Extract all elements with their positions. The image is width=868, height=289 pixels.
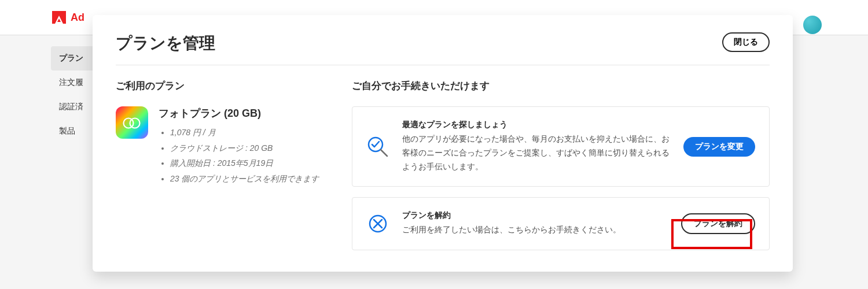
change-plan-card: 最適なプランを探しましょう 他のアプリが必要になった場合や、毎月のお支払いを抑え… <box>352 106 770 187</box>
divider <box>116 65 770 65</box>
change-plan-desc: 他のアプリが必要になった場合や、毎月のお支払いを抑えたい場合に、お客様のニーズに… <box>402 132 671 173</box>
svg-point-1 <box>130 118 140 128</box>
cancel-plan-desc: ご利用を終了したい場合は、こちらからお手続きください。 <box>402 223 668 237</box>
cancel-plan-title: プランを解約 <box>402 210 668 221</box>
brand-logo[interactable]: Ad <box>52 11 84 24</box>
change-plan-button[interactable]: プランを変更 <box>683 137 755 157</box>
plan-meta-apps: 23 個のアプリとサービスを利用できます <box>170 171 319 187</box>
search-check-icon <box>366 135 389 158</box>
avatar[interactable] <box>803 16 822 34</box>
plan-meta-price: 1,078 円 / 月 <box>170 125 319 140</box>
adobe-logo-icon <box>52 11 66 24</box>
plan-meta-storage: クラウドストレージ : 20 GB <box>170 140 319 156</box>
cancel-plan-card: プランを解約 ご利用を終了したい場合は、こちらからお手続きください。 プランを解… <box>352 197 770 250</box>
actions-heading: ご自分でお手続きいただけます <box>352 79 770 92</box>
brand-text: Ad <box>71 12 84 24</box>
creative-cloud-icon <box>116 106 148 139</box>
cancel-x-icon <box>366 212 389 235</box>
plan-meta-date: 購入開始日 : 2015年5月19日 <box>170 155 319 171</box>
actions-section: ご自分でお手続きいただけます 最適なプランを探しましょう 他のアプリが必要になっ… <box>352 79 770 261</box>
your-plan-section: ご利用のプラン フォトプラン (20 GB) 1,078 円 / 月 クラウドス… <box>116 79 324 261</box>
plan-name: フォトプラン (20 GB) <box>159 106 319 120</box>
manage-plan-modal: プランを管理 閉じる ご利用のプラン フォトプラン (20 GB) 1,078 … <box>93 15 793 272</box>
your-plan-heading: ご利用のプラン <box>116 79 324 92</box>
modal-title: プランを管理 <box>116 32 215 54</box>
svg-line-3 <box>381 150 387 156</box>
change-plan-title: 最適なプランを探しましょう <box>402 120 671 130</box>
cancel-plan-button[interactable]: プランを解約 <box>681 213 755 234</box>
close-button[interactable]: 閉じる <box>722 32 770 52</box>
